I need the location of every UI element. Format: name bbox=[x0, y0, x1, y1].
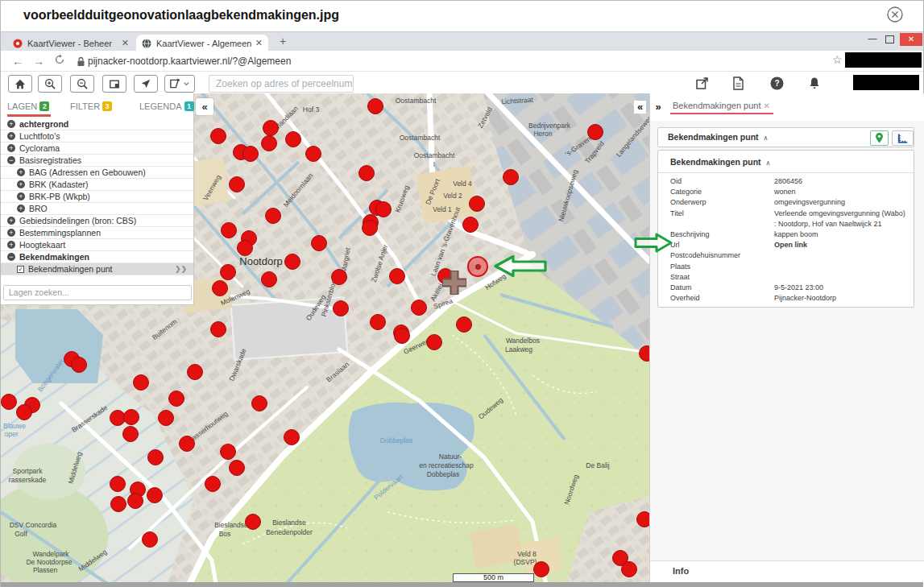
feature-section-header[interactable]: Bekendmakingen punt∧ bbox=[668, 132, 768, 142]
bekendmaking-dot[interactable] bbox=[212, 280, 228, 296]
pdf-export-icon[interactable] bbox=[732, 76, 747, 91]
expand-icon[interactable]: + bbox=[7, 229, 15, 237]
layer-item[interactable]: +BRK (Kadaster) bbox=[1, 179, 193, 191]
bekendmaking-dot[interactable] bbox=[503, 169, 519, 185]
attribute-value[interactable]: Open link bbox=[774, 240, 909, 250]
bekendmaking-dot[interactable] bbox=[456, 316, 472, 333]
bekendmaking-dot[interactable] bbox=[147, 449, 164, 465]
bekendmaking-dot[interactable] bbox=[587, 124, 603, 140]
bekendmaking-dot[interactable] bbox=[426, 334, 442, 350]
zoom-rectangle-button[interactable] bbox=[102, 75, 126, 93]
layer-item[interactable]: +BRK-PB (Wkpb) bbox=[1, 191, 193, 203]
layer-item[interactable]: −Bekendmakingen bbox=[1, 251, 193, 263]
bekendmaking-dot[interactable] bbox=[636, 511, 649, 527]
layer-item[interactable]: +Cyclorama bbox=[1, 143, 193, 155]
back-icon[interactable]: ← bbox=[10, 54, 25, 68]
bekendmaking-dot[interactable] bbox=[285, 131, 301, 147]
bekendmaking-dot[interactable] bbox=[362, 220, 378, 236]
bekendmaking-dot[interactable] bbox=[375, 201, 392, 217]
bekendmaking-dot[interactable] bbox=[389, 268, 405, 284]
zoom-in-button[interactable] bbox=[38, 75, 62, 93]
layer-search-input[interactable]: Lagen zoeken... bbox=[3, 285, 192, 300]
bekendmaking-dot[interactable] bbox=[187, 364, 203, 380]
bekendmaking-dot[interactable] bbox=[284, 254, 300, 270]
reload-icon[interactable] bbox=[52, 54, 67, 68]
bekendmaking-dot[interactable] bbox=[221, 222, 237, 238]
attributes-header[interactable]: Bekendmakingen punt∧ bbox=[670, 157, 770, 167]
window-close-button[interactable]: ✕ bbox=[900, 33, 922, 46]
panel-tab-bekendmakingen-punt[interactable]: Bekendmakingen punt✕ bbox=[673, 101, 770, 110]
bekendmaking-dot[interactable] bbox=[210, 128, 226, 144]
bekendmaking-dot[interactable] bbox=[147, 487, 163, 503]
bekendmaking-dot[interactable] bbox=[123, 409, 139, 425]
bekendmaking-dot[interactable] bbox=[331, 269, 347, 285]
bekendmaking-dot[interactable] bbox=[639, 345, 649, 362]
bekendmaking-dot[interactable] bbox=[110, 496, 126, 512]
bekendmaking-dot[interactable] bbox=[179, 436, 195, 452]
bekendmaking-dot[interactable] bbox=[220, 444, 236, 460]
bekendmaking-dot[interactable] bbox=[237, 240, 253, 256]
bekendmaking-dot[interactable] bbox=[142, 531, 158, 548]
bekendmaking-dot[interactable] bbox=[261, 135, 277, 151]
zoom-out-button[interactable] bbox=[70, 75, 94, 93]
window-maximize-button[interactable] bbox=[885, 35, 894, 43]
new-tab-button[interactable]: + bbox=[276, 35, 289, 48]
layer-item[interactable]: +Bestemmingsplannen bbox=[1, 227, 193, 239]
bekendmaking-dot[interactable] bbox=[370, 314, 386, 330]
bekendmaking-dot[interactable] bbox=[311, 235, 327, 251]
bekendmaking-dot[interactable] bbox=[411, 300, 427, 316]
share-icon[interactable] bbox=[695, 76, 710, 91]
layer-options-icon[interactable]: ❯❯ bbox=[175, 265, 187, 273]
bekendmaking-dot[interactable] bbox=[110, 476, 126, 492]
layer-item[interactable]: +Luchtfoto's bbox=[1, 130, 193, 143]
home-button[interactable] bbox=[8, 75, 32, 93]
bekendmaking-dot[interactable] bbox=[210, 321, 226, 337]
bookmark-star-icon[interactable]: ☆ bbox=[832, 53, 843, 66]
expand-icon[interactable]: + bbox=[7, 132, 15, 140]
measure-button[interactable] bbox=[892, 130, 914, 146]
bekendmaking-dot[interactable] bbox=[242, 146, 259, 162]
expand-icon[interactable]: + bbox=[17, 192, 25, 200]
bekendmaking-dot[interactable] bbox=[284, 429, 300, 445]
layer-item[interactable]: +achtergrond bbox=[1, 118, 193, 130]
layer-item[interactable]: +BRO bbox=[1, 203, 193, 215]
bekendmaking-dot[interactable] bbox=[229, 460, 245, 476]
bekendmaking-dot[interactable] bbox=[261, 271, 277, 287]
collapse-icon[interactable]: − bbox=[7, 156, 15, 164]
expand-icon[interactable]: + bbox=[7, 241, 15, 249]
sidebar-collapse-button[interactable]: « bbox=[196, 98, 213, 115]
expand-icon[interactable]: + bbox=[7, 144, 15, 152]
expand-icon[interactable]: + bbox=[17, 180, 25, 188]
panel-collapse-right-button[interactable]: » bbox=[652, 101, 665, 114]
lock-icon[interactable] bbox=[73, 56, 88, 70]
window-minimize-button[interactable]: — bbox=[864, 33, 880, 46]
bekendmaking-dot[interactable] bbox=[305, 146, 321, 162]
expand-icon[interactable]: + bbox=[17, 168, 25, 176]
help-icon[interactable]: ? bbox=[770, 76, 785, 91]
forward-icon[interactable]: → bbox=[31, 54, 46, 68]
bekendmaking-dot[interactable] bbox=[158, 410, 174, 426]
browser-tab-algemeen[interactable]: KaartViewer - Algemeen ✕ bbox=[136, 35, 268, 52]
bekendmaking-dot[interactable] bbox=[394, 328, 410, 344]
layer-item[interactable]: +Hoogtekaart bbox=[1, 239, 193, 251]
expand-icon[interactable]: + bbox=[7, 120, 15, 128]
layer-item[interactable]: −Basisregistraties bbox=[1, 155, 193, 167]
panel-tab-close-icon[interactable]: ✕ bbox=[763, 101, 769, 110]
bekendmaking-dot[interactable] bbox=[220, 264, 236, 280]
tab-lagen[interactable]: LAGEN2 bbox=[7, 101, 49, 111]
checkbox-checked-icon[interactable]: ✓ bbox=[17, 266, 24, 273]
notifications-bell-icon[interactable] bbox=[808, 76, 822, 91]
selected-bekendmaking-dot[interactable] bbox=[467, 256, 488, 277]
search-input[interactable]: Zoeken op adres of perceelnummer bbox=[209, 75, 354, 93]
bekendmaking-dot[interactable] bbox=[229, 176, 245, 192]
browser-tab-beheer[interactable]: KaartViewer - Beheer ✕ bbox=[7, 35, 135, 52]
locate-button[interactable] bbox=[134, 75, 158, 93]
bekendmaking-dot[interactable] bbox=[245, 514, 261, 530]
bekendmaking-dot[interactable] bbox=[533, 561, 549, 577]
tab-legenda[interactable]: LEGENDA1 bbox=[139, 101, 194, 111]
bekendmaking-dot[interactable] bbox=[462, 217, 479, 233]
bekendmaking-dot[interactable] bbox=[168, 391, 184, 407]
panel-expand-left-button[interactable]: « bbox=[634, 101, 646, 114]
bekendmaking-dot[interactable] bbox=[122, 426, 139, 442]
bekendmaking-dot[interactable] bbox=[263, 120, 279, 136]
